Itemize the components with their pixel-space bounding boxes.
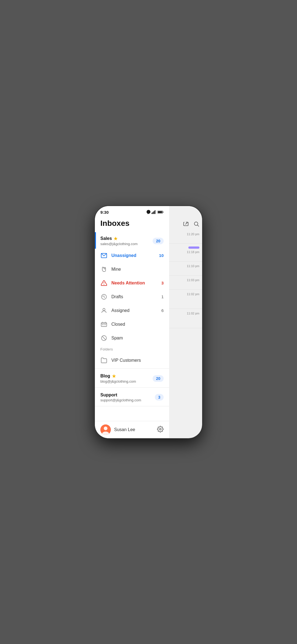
inbox-group-email: support@j&gclothing.com	[100, 398, 141, 402]
inbox-group-sales: Sales ★ sales@j&gclothing.com 20	[95, 232, 169, 369]
inbox-group-info: Support support@j&gclothing.com	[100, 393, 141, 402]
svg-rect-6	[153, 212, 153, 214]
nav-item-left: Unassigned	[100, 252, 136, 259]
inbox-badge: 20	[153, 375, 164, 382]
inbox-group-email: blog@j&gclothing.com	[100, 379, 136, 383]
inbox-group-info: Sales ★ sales@j&gclothing.com	[100, 236, 138, 246]
person-icon	[100, 307, 108, 314]
nav-item-drafts[interactable]: Drafts 1	[95, 290, 169, 304]
svg-point-4	[148, 213, 148, 214]
folders-label: Folders	[100, 347, 164, 351]
compose-icon	[183, 221, 189, 227]
closed-icon	[100, 321, 108, 328]
inbox-badge: 20	[153, 238, 164, 244]
svg-rect-7	[154, 211, 155, 214]
nav-item-left: VIP Customers	[100, 357, 141, 364]
nav-item-left: Spam	[100, 335, 123, 342]
gear-icon	[157, 426, 164, 432]
drawer-header: Inboxes	[95, 216, 169, 232]
inbox-badge: 3	[155, 394, 164, 401]
status-bar: 9:30	[95, 206, 169, 216]
avatar	[100, 424, 111, 435]
camera-notch	[147, 210, 150, 214]
nav-badge: 6	[161, 308, 164, 313]
nav-item-spam[interactable]: Spam	[95, 331, 169, 345]
inbox-group-header-sales[interactable]: Sales ★ sales@j&gclothing.com 20	[95, 232, 169, 249]
page-title: Inboxes	[100, 219, 164, 228]
nav-item-assigned[interactable]: Assigned 6	[95, 304, 169, 317]
nav-item-vip[interactable]: VIP Customers	[95, 353, 169, 367]
warning-icon	[100, 279, 108, 287]
svg-line-1	[197, 225, 199, 226]
inbox-group-name: Blog ★	[100, 374, 136, 379]
nav-badge: 10	[159, 253, 164, 258]
svg-point-21	[104, 426, 107, 430]
drafts-icon	[100, 293, 108, 300]
svg-point-16	[103, 308, 105, 311]
nav-label: VIP Customers	[111, 358, 141, 363]
nav-badge: 3	[161, 281, 164, 285]
nav-item-left: Closed	[100, 321, 125, 328]
block-icon	[100, 335, 108, 342]
user-bar: Susan Lee	[95, 421, 169, 438]
battery-icon	[158, 210, 164, 214]
nav-item-unassigned[interactable]: Unassigned 10	[95, 249, 169, 262]
svg-rect-5	[152, 213, 152, 214]
inbox-group-name: Support	[100, 393, 141, 398]
svg-point-23	[160, 428, 161, 430]
inbox-list: Sales ★ sales@j&gclothing.com 20	[95, 232, 169, 421]
inbox-group-header-blog[interactable]: Blog ★ blog@j&gclothing.com 20	[95, 370, 169, 386]
inbox-group-header-support[interactable]: Support support@j&gclothing.com 3	[95, 389, 169, 405]
nav-label: Needs Attention	[111, 281, 145, 286]
status-time: 9:30	[100, 210, 109, 215]
settings-button[interactable]	[157, 426, 164, 434]
nav-item-left: Assigned	[100, 307, 130, 314]
svg-rect-10	[163, 212, 164, 212]
nav-label: Assigned	[111, 308, 130, 313]
user-name: Susan Lee	[114, 427, 135, 432]
hand-icon	[100, 266, 108, 273]
svg-rect-17	[101, 323, 107, 327]
search-icon	[193, 221, 199, 227]
star-icon: ★	[114, 236, 117, 241]
inbox-group-info: Blog ★ blog@j&gclothing.com	[100, 374, 136, 383]
svg-rect-8	[155, 210, 155, 214]
nav-badge: 1	[161, 294, 164, 299]
svg-line-19	[102, 336, 106, 340]
svg-rect-11	[158, 211, 162, 213]
inbox-group-name: Sales ★	[100, 236, 138, 241]
nav-label: Closed	[111, 322, 125, 327]
user-info: Susan Lee	[100, 424, 135, 435]
nav-item-left: Drafts	[100, 293, 123, 300]
star-icon: ★	[112, 374, 116, 379]
inbox-drawer: 9:30	[95, 206, 169, 438]
nav-item-mine[interactable]: Mine	[95, 262, 169, 276]
nav-item-left: Needs Attention	[100, 279, 145, 287]
nav-label: Mine	[111, 267, 121, 272]
nav-item-closed[interactable]: Closed	[95, 317, 169, 331]
inbox-group-email: sales@j&gclothing.com	[100, 242, 138, 246]
envelope-icon	[100, 252, 108, 259]
inbox-group-blog: Blog ★ blog@j&gclothing.com 20	[95, 370, 169, 388]
nav-item-left: Mine	[100, 266, 121, 273]
nav-label: Unassigned	[111, 253, 136, 258]
svg-point-0	[194, 222, 198, 225]
nav-item-needs-attention[interactable]: Needs Attention 3	[95, 276, 169, 290]
folder-icon	[100, 357, 108, 364]
signal-icon	[152, 210, 156, 214]
nav-label: Spam	[111, 336, 123, 341]
folders-section: Folders	[95, 345, 169, 353]
nav-label: Drafts	[111, 294, 123, 299]
inbox-group-support: Support support@j&gclothing.com 3	[95, 389, 169, 406]
